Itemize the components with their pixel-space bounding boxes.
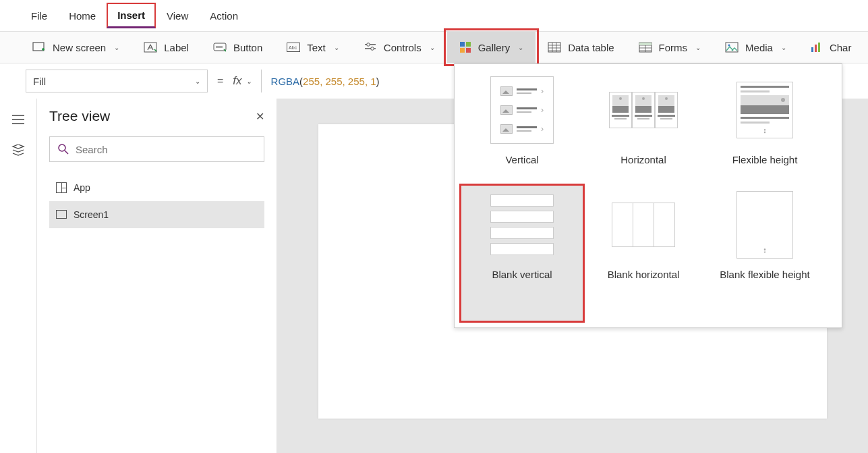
chevron-down-icon: ⌄ — [430, 44, 435, 51]
new-screen-label: New screen — [53, 42, 106, 53]
svg-rect-3 — [216, 46, 223, 48]
svg-rect-1 — [144, 43, 156, 52]
svg-rect-18 — [815, 45, 817, 52]
controls-icon — [364, 42, 377, 53]
chevron-down-icon: ⌄ — [195, 78, 200, 85]
menu-view[interactable]: View — [156, 3, 199, 28]
gallery-option-label: Horizontal — [620, 146, 666, 167]
gallery-option-vertical[interactable]: › › › Vertical — [461, 71, 583, 186]
ribbon: New screen ⌄ Label Button Abc Text ⌄ Con… — [0, 31, 868, 63]
chevron-down-icon: ⌄ — [695, 44, 701, 51]
search-icon — [58, 144, 69, 155]
svg-rect-8 — [460, 42, 465, 47]
fx-button[interactable]: fx ⌄ — [233, 74, 251, 88]
forms-button[interactable]: Forms ⌄ — [627, 32, 714, 63]
gallery-option-label: Flexible height — [732, 146, 798, 167]
gallery-label: Gallery — [478, 42, 511, 53]
search-input[interactable] — [76, 144, 256, 155]
data-table-label: Data table — [568, 42, 614, 53]
svg-text:Abc: Abc — [289, 45, 297, 50]
hamburger-icon[interactable] — [12, 115, 24, 124]
svg-rect-10 — [460, 48, 465, 53]
menu-insert[interactable]: Insert — [107, 3, 156, 28]
svg-rect-14 — [639, 43, 652, 45]
svg-rect-23 — [62, 188, 67, 193]
svg-rect-21 — [57, 183, 62, 193]
svg-rect-9 — [466, 42, 471, 47]
gallery-icon — [459, 41, 471, 53]
text-label: Text — [307, 42, 326, 53]
left-rail — [0, 99, 37, 453]
new-screen-button[interactable]: New screen ⌄ — [20, 32, 132, 63]
property-name: Fill — [33, 76, 46, 87]
svg-rect-17 — [811, 47, 813, 52]
gallery-option-horizontal[interactable]: Horizontal — [583, 71, 704, 186]
tree-view-panel: Tree view ✕ App Screen1 — [37, 99, 277, 453]
chart-label: Char — [830, 42, 852, 53]
forms-icon — [639, 42, 652, 53]
label-label: Label — [164, 42, 189, 53]
svg-rect-22 — [62, 183, 67, 188]
button-label: Button — [233, 42, 262, 53]
controls-button[interactable]: Controls ⌄ — [351, 32, 447, 63]
gallery-option-label: Blank horizontal — [608, 261, 680, 282]
chevron-down-icon: ⌄ — [246, 78, 252, 85]
tree-item-label: App — [74, 182, 90, 193]
menu-bar: File Home Insert View Action — [0, 0, 868, 31]
gallery-option-label: Blank vertical — [492, 261, 552, 282]
svg-point-20 — [59, 144, 65, 151]
gallery-option-label: Blank flexible height — [720, 261, 809, 282]
media-icon — [725, 42, 739, 53]
charts-button[interactable]: Char — [799, 32, 864, 63]
media-button[interactable]: Media ⌄ — [713, 32, 799, 63]
gallery-button[interactable]: Gallery ⌄ — [447, 32, 536, 63]
gallery-option-blank-vertical[interactable]: Blank vertical — [461, 186, 583, 321]
tree-item-screen1[interactable]: Screen1 — [49, 201, 264, 228]
property-selector[interactable]: Fill ⌄ — [26, 70, 208, 92]
text-button[interactable]: Abc Text ⌄ — [274, 32, 351, 63]
data-table-button[interactable]: Data table — [536, 32, 626, 63]
equals-sign: = — [217, 75, 223, 87]
label-button[interactable]: Label — [132, 32, 201, 63]
tree-item-app[interactable]: App — [49, 174, 264, 201]
new-screen-icon — [32, 42, 46, 53]
chevron-down-icon: ⌄ — [781, 44, 786, 51]
chart-icon — [811, 42, 823, 53]
svg-rect-24 — [57, 211, 67, 219]
gallery-option-blank-flexible[interactable]: ↕ Blank flexible height — [704, 186, 826, 321]
menu-action[interactable]: Action — [199, 3, 249, 28]
screen-icon — [56, 210, 67, 219]
svg-point-6 — [366, 43, 370, 47]
gallery-option-blank-horizontal[interactable]: Blank horizontal — [583, 186, 704, 321]
media-label: Media — [745, 42, 773, 53]
button-button[interactable]: Button — [201, 32, 274, 63]
tree-item-label: Screen1 — [74, 209, 109, 220]
search-box[interactable] — [49, 136, 264, 162]
menu-home[interactable]: Home — [58, 3, 107, 28]
button-icon — [213, 42, 227, 53]
data-table-icon — [548, 42, 561, 53]
menu-file[interactable]: File — [20, 3, 58, 28]
gallery-option-label: Vertical — [505, 146, 538, 167]
gallery-option-flexible[interactable]: ↕ Flexible height — [704, 71, 826, 186]
controls-label: Controls — [384, 42, 422, 53]
gallery-dropdown: › › › Vertical Horizontal ↕ Flexible — [454, 63, 842, 328]
forms-label: Forms — [659, 42, 688, 53]
svg-rect-11 — [466, 48, 471, 53]
chevron-down-icon: ⌄ — [334, 44, 339, 51]
close-icon[interactable]: ✕ — [256, 110, 264, 123]
app-icon — [56, 182, 67, 193]
svg-rect-19 — [818, 43, 820, 52]
chevron-down-icon: ⌄ — [518, 44, 523, 51]
panel-title: Tree view — [49, 108, 110, 124]
chevron-down-icon: ⌄ — [114, 44, 119, 51]
svg-point-7 — [370, 47, 374, 51]
tree-view-icon[interactable] — [11, 144, 25, 157]
text-icon: Abc — [287, 43, 300, 52]
label-icon — [144, 42, 157, 53]
